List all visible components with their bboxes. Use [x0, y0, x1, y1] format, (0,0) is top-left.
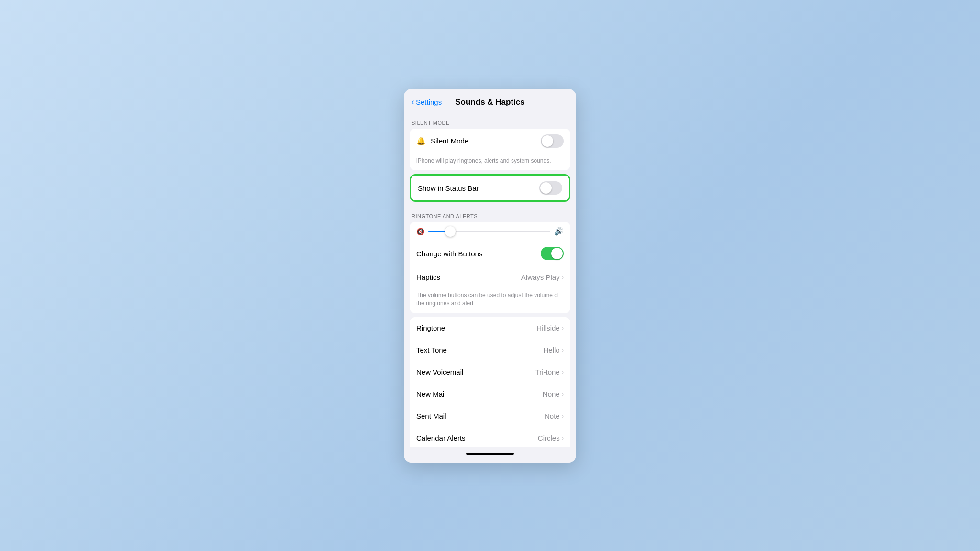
back-label[interactable]: Settings: [416, 98, 442, 106]
silent-mode-footnote: iPhone will play ringtones, alerts and s…: [410, 154, 570, 171]
ringtone-alerts-header: RINGTONE AND ALERTS: [404, 206, 576, 222]
ringtone-row[interactable]: Ringtone Hillside ›: [410, 317, 570, 339]
haptics-chevron-icon: ›: [562, 274, 564, 281]
change-with-buttons-toggle[interactable]: [541, 247, 564, 260]
calendar-alerts-label: Calendar Alerts: [416, 434, 538, 442]
text-tone-value: Hello: [543, 346, 559, 354]
volume-high-icon: 🔊: [554, 227, 564, 236]
calendar-alerts-chevron-icon: ›: [562, 434, 564, 441]
text-tone-row[interactable]: Text Tone Hello ›: [410, 339, 570, 361]
page-title: Sounds & Haptics: [455, 98, 524, 107]
silent-mode-label: 🔔 Silent Mode: [416, 136, 541, 145]
bottom-bar: [404, 447, 576, 463]
calendar-alerts-row[interactable]: Calendar Alerts Circles ›: [410, 427, 570, 447]
calendar-alerts-value: Circles: [538, 434, 560, 442]
ringtone-value: Hillside: [536, 324, 559, 332]
new-mail-label: New Mail: [416, 390, 543, 398]
show-in-status-bar-label: Show in Status Bar: [418, 184, 539, 192]
volume-low-icon: 🔇: [416, 228, 424, 235]
ringtone-footnote: The volume buttons can be used to adjust…: [410, 288, 570, 313]
haptics-label: Haptics: [416, 273, 521, 281]
new-mail-value: None: [543, 390, 560, 398]
ringtone-label: Ringtone: [416, 324, 536, 332]
sounds-list-card: Ringtone Hillside › Text Tone Hello › Ne…: [410, 317, 570, 447]
silent-mode-toggle[interactable]: [541, 134, 564, 148]
ringtone-alerts-card: 🔇 🔊 Change with Buttons Haptics: [410, 222, 570, 313]
change-with-buttons-row: Change with Buttons: [410, 241, 570, 266]
show-in-status-bar-card: Show in Status Bar: [410, 174, 570, 202]
sent-mail-row[interactable]: Sent Mail Note ›: [410, 405, 570, 427]
new-voicemail-label: New Voicemail: [416, 368, 535, 376]
new-voicemail-row[interactable]: New Voicemail Tri-tone ›: [410, 361, 570, 383]
new-mail-row[interactable]: New Mail None ›: [410, 383, 570, 405]
toggle-knob-buttons: [551, 248, 563, 259]
change-with-buttons-label: Change with Buttons: [416, 250, 541, 258]
text-tone-chevron-icon: ›: [562, 346, 564, 353]
show-in-status-bar-row: Show in Status Bar: [411, 176, 569, 200]
ringtone-chevron-icon: ›: [562, 324, 564, 331]
silent-mode-card: 🔔 Silent Mode iPhone will play ringtones…: [410, 129, 570, 171]
sent-mail-value: Note: [545, 412, 560, 420]
volume-slider[interactable]: [428, 231, 550, 232]
volume-thumb: [445, 226, 456, 237]
toggle-knob: [542, 135, 553, 147]
content-area: SILENT MODE 🔔 Silent Mode iPhone will pl…: [404, 112, 576, 447]
silent-mode-row: 🔔 Silent Mode: [410, 129, 570, 154]
haptics-value: Always Play: [521, 273, 560, 281]
home-indicator: [466, 453, 514, 455]
sent-mail-label: Sent Mail: [416, 412, 545, 420]
back-button[interactable]: ‹ Settings: [412, 97, 442, 107]
bell-icon: 🔔: [416, 136, 426, 145]
toggle-knob-status: [540, 182, 552, 194]
new-voicemail-value: Tri-tone: [535, 368, 560, 376]
new-mail-chevron-icon: ›: [562, 390, 564, 397]
back-chevron-icon: ‹: [412, 97, 414, 107]
sent-mail-chevron-icon: ›: [562, 412, 564, 419]
volume-row: 🔇 🔊: [410, 222, 570, 241]
haptics-row[interactable]: Haptics Always Play ›: [410, 266, 570, 288]
silent-mode-header: SILENT MODE: [404, 112, 576, 129]
show-in-status-bar-toggle[interactable]: [539, 181, 562, 195]
settings-panel: ‹ Settings Sounds & Haptics SILENT MODE …: [404, 89, 576, 463]
text-tone-label: Text Tone: [416, 346, 543, 354]
nav-bar: ‹ Settings Sounds & Haptics: [404, 89, 576, 112]
new-voicemail-chevron-icon: ›: [562, 368, 564, 375]
